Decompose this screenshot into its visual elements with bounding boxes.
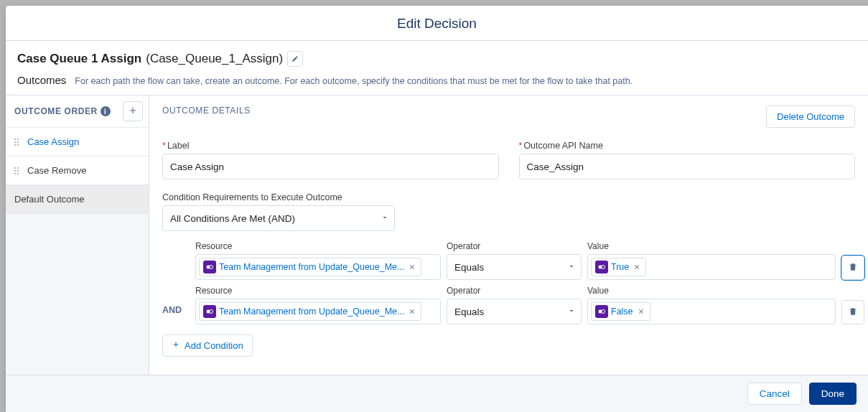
operator-column-label: Operator bbox=[447, 286, 582, 296]
plus-icon bbox=[172, 340, 180, 351]
info-icon[interactable]: i bbox=[101, 106, 111, 116]
condition-requirements-label: Condition Requirements to Execute Outcom… bbox=[162, 192, 855, 202]
sidebar-title: OUTCOME ORDER i bbox=[14, 106, 111, 116]
outcome-item-default[interactable]: Default Outcome bbox=[6, 185, 149, 214]
trash-icon bbox=[848, 262, 858, 274]
drag-handle-icon[interactable] bbox=[14, 167, 22, 174]
pencil-icon bbox=[291, 54, 299, 65]
condition-requirements-select[interactable]: All Conditions Are Met (AND) bbox=[162, 205, 395, 231]
value-pill-text: True bbox=[611, 262, 629, 272]
outcome-api-input[interactable] bbox=[519, 154, 856, 179]
resource-column-label: Resource bbox=[195, 241, 441, 251]
details-section-title: OUTCOME DETAILS bbox=[162, 106, 251, 116]
operator-select[interactable]: Equals bbox=[447, 254, 582, 280]
resource-pill-text: Team Management from Update_Queue_Me... bbox=[219, 262, 404, 272]
element-title-row: Case Queue 1 Assign (Case_Queue_1_Assign… bbox=[6, 41, 868, 70]
resource-column-label: Resource bbox=[195, 286, 441, 296]
add-outcome-button[interactable] bbox=[123, 101, 143, 121]
outcomes-description: Outcomes For each path the flow can take… bbox=[6, 70, 868, 95]
outcome-item-label: Default Outcome bbox=[14, 194, 85, 205]
value-column-label: Value bbox=[587, 241, 836, 251]
outcomes-hint: For each path the flow can take, create … bbox=[75, 76, 633, 86]
element-api-name: (Case_Queue_1_Assign) bbox=[146, 52, 283, 66]
resource-pill-text: Team Management from Update_Queue_Me... bbox=[219, 306, 404, 317]
resource-icon bbox=[203, 261, 216, 273]
outcome-item-case-remove[interactable]: Case Remove bbox=[6, 156, 149, 185]
outcome-label-input[interactable] bbox=[162, 154, 499, 179]
clear-value-icon[interactable] bbox=[636, 306, 646, 317]
outcome-details-panel: OUTCOME DETAILS Delete Outcome Label Out… bbox=[149, 95, 868, 375]
resource-icon bbox=[203, 305, 216, 318]
resource-input[interactable]: Team Management from Update_Queue_Me... bbox=[195, 299, 441, 324]
value-input[interactable]: False bbox=[587, 299, 836, 324]
cancel-button[interactable]: Cancel bbox=[747, 383, 802, 405]
clear-resource-icon[interactable] bbox=[407, 306, 417, 317]
clear-value-icon[interactable] bbox=[632, 262, 642, 272]
drag-handle-icon[interactable] bbox=[14, 139, 22, 146]
element-name: Case Queue 1 Assign bbox=[17, 52, 141, 66]
clear-resource-icon[interactable] bbox=[407, 262, 417, 272]
done-button[interactable]: Done bbox=[809, 383, 857, 405]
trash-icon bbox=[848, 306, 858, 319]
modal-title: Edit Decision bbox=[6, 6, 868, 41]
value-input[interactable]: True bbox=[587, 254, 836, 280]
operator-select[interactable]: Equals bbox=[447, 299, 582, 324]
api-field-label: Outcome API Name bbox=[519, 141, 856, 151]
label-field-label: Label bbox=[162, 141, 499, 151]
operator-column-label: Operator bbox=[447, 241, 582, 251]
edit-name-button[interactable] bbox=[287, 51, 303, 67]
value-icon bbox=[595, 261, 608, 273]
value-icon bbox=[595, 305, 608, 318]
delete-condition-button[interactable] bbox=[841, 300, 864, 324]
edit-decision-modal: Edit Decision Case Queue 1 Assign (Case_… bbox=[6, 6, 868, 412]
outcomes-label: Outcomes bbox=[17, 74, 66, 86]
resource-input[interactable]: Team Management from Update_Queue_Me... bbox=[195, 254, 441, 280]
delete-condition-button[interactable] bbox=[841, 256, 864, 280]
add-condition-label: Add Condition bbox=[185, 340, 243, 351]
outcome-item-label: Case Assign bbox=[27, 136, 79, 147]
condition-row: Resource Team Management from Update_Que… bbox=[162, 241, 855, 280]
modal-footer: Cancel Done bbox=[6, 375, 868, 412]
outcome-item-case-assign[interactable]: Case Assign bbox=[6, 128, 149, 156]
delete-outcome-button[interactable]: Delete Outcome bbox=[766, 106, 855, 128]
condition-joiner: AND bbox=[162, 295, 190, 315]
outcome-item-label: Case Remove bbox=[27, 165, 86, 176]
value-column-label: Value bbox=[587, 286, 836, 296]
outcome-order-sidebar: OUTCOME ORDER i Case Assign Case Remove … bbox=[6, 95, 149, 375]
add-condition-button[interactable]: Add Condition bbox=[162, 334, 253, 357]
value-pill-text: False bbox=[611, 306, 633, 317]
plus-icon bbox=[128, 106, 138, 118]
condition-row: AND Resource Team Management from Update… bbox=[162, 286, 855, 324]
